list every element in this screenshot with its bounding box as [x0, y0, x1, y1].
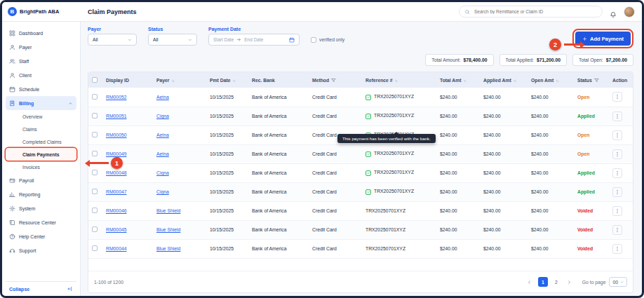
- row-actions-button[interactable]: [612, 149, 622, 159]
- payer-link[interactable]: Blue Shield: [156, 246, 180, 251]
- sidebar-item-claims[interactable]: Claims: [6, 123, 76, 135]
- sidebar-item-reporting[interactable]: Reporting: [6, 187, 76, 201]
- display-id-link[interactable]: RM00044: [106, 246, 126, 251]
- display-id-link[interactable]: RM00046: [106, 208, 126, 213]
- row-checkbox[interactable]: [92, 113, 98, 118]
- row-checkbox[interactable]: [92, 226, 98, 232]
- row-actions-button[interactable]: [612, 225, 622, 235]
- prev-page-button[interactable]: [525, 277, 535, 287]
- sidebar-item-completed-claims[interactable]: Completed Claims: [6, 135, 76, 148]
- verified-only-filter[interactable]: verified only: [311, 34, 344, 46]
- sidebar-item-client[interactable]: Client: [6, 68, 76, 82]
- sort-icon[interactable]: ↑↓: [514, 79, 516, 83]
- sidebar-item-dashboard[interactable]: Dashboard: [6, 26, 76, 40]
- sort-icon[interactable]: ↑↓: [556, 79, 558, 83]
- display-id-link[interactable]: RM00049: [106, 151, 126, 156]
- verified-only-label: verified only: [319, 37, 344, 42]
- row-actions-button[interactable]: [612, 187, 622, 197]
- user-avatar[interactable]: [624, 6, 635, 18]
- collapse-label: Collapse: [9, 287, 29, 292]
- sidebar-item-system[interactable]: System: [6, 201, 76, 215]
- sidebar-item-billing[interactable]: Billing: [6, 96, 76, 110]
- sidebar-item-help-center[interactable]: Help Center: [6, 229, 76, 243]
- status-badge: Applied: [577, 114, 595, 118]
- open-amt: $240.00: [531, 246, 549, 251]
- payer-link[interactable]: Cigna: [156, 114, 169, 118]
- payer-link[interactable]: Blue Shield: [156, 227, 180, 232]
- row-actions-button[interactable]: [612, 168, 622, 178]
- pmt-date: 10/15/2025: [210, 151, 234, 156]
- row-checkbox[interactable]: [92, 94, 98, 100]
- sort-icon[interactable]: ↑↓: [464, 79, 467, 83]
- select-all-checkbox[interactable]: [92, 77, 98, 83]
- page-button-1[interactable]: 1: [538, 277, 548, 287]
- calendar-icon[interactable]: [289, 37, 295, 43]
- sidebar-item-overview[interactable]: Overview: [6, 110, 76, 123]
- payer-filter-select[interactable]: All: [88, 34, 137, 46]
- rec-bank: Bank of America: [252, 208, 287, 213]
- total-label: Total Amount:: [431, 57, 460, 62]
- search-icon: [464, 9, 470, 15]
- display-id-link[interactable]: RM00051: [106, 114, 126, 118]
- row-checkbox[interactable]: [92, 151, 98, 156]
- display-id-link[interactable]: RM00050: [106, 133, 126, 137]
- payer-link[interactable]: Cigna: [156, 170, 169, 175]
- total-box: Total Open:$7,200.00: [572, 54, 633, 66]
- sidebar-item-resource-center[interactable]: Resource Center: [6, 215, 76, 229]
- help-icon: [9, 233, 15, 240]
- payer-link[interactable]: Cigna: [156, 189, 169, 194]
- display-id-link[interactable]: RM00048: [106, 170, 126, 175]
- payer-link[interactable]: Aetna: [156, 95, 169, 100]
- next-page-button[interactable]: [565, 277, 575, 287]
- row-actions-button[interactable]: [612, 92, 622, 102]
- row-actions-button[interactable]: [612, 244, 622, 254]
- payer-link[interactable]: Blue Shield: [156, 208, 180, 213]
- applied-amt: $240.00: [483, 151, 501, 156]
- sidebar-item-label: Overview: [22, 114, 42, 119]
- sidebar-item-support[interactable]: Support: [6, 243, 76, 257]
- payer-link[interactable]: Aetna: [156, 133, 169, 137]
- filter-icon[interactable]: [331, 78, 336, 83]
- row-checkbox[interactable]: [92, 245, 98, 251]
- sidebar-item-claim-payments[interactable]: Claim Payments: [6, 148, 76, 161]
- page-title: Claim Payments: [88, 8, 137, 15]
- row-checkbox[interactable]: [92, 189, 98, 194]
- sidebar-item-payroll[interactable]: Payroll: [6, 173, 76, 187]
- brand: B BrightPath ABA: [2, 7, 81, 16]
- row-checkbox[interactable]: [92, 208, 98, 213]
- sidebar-item-invoices[interactable]: Invoices: [6, 161, 76, 173]
- search-input[interactable]: [473, 8, 597, 15]
- open-amt: $240.00: [531, 95, 549, 100]
- start-date-input[interactable]: Start Date: [213, 37, 234, 42]
- page-button-2[interactable]: 2: [551, 277, 561, 287]
- sort-icon[interactable]: ↑↓: [232, 79, 235, 83]
- sort-icon[interactable]: ↑↓: [395, 79, 398, 83]
- sidebar-item-staff[interactable]: Staff: [6, 54, 76, 68]
- sidebar-item-label: Billing: [19, 101, 34, 106]
- sidebar-item-payer[interactable]: Payer: [6, 40, 76, 54]
- verified-only-checkbox[interactable]: [311, 37, 316, 43]
- status-badge: Voided: [577, 227, 593, 232]
- sidebar-item-schedule[interactable]: Schedule: [6, 82, 76, 96]
- display-id-link[interactable]: RM00045: [106, 227, 126, 232]
- row-checkbox[interactable]: [92, 132, 98, 137]
- goto-page-select[interactable]: 00: [609, 277, 627, 287]
- status-filter-select[interactable]: All: [148, 34, 197, 46]
- payment-date-range[interactable]: Start Date End Date: [208, 34, 300, 46]
- end-date-input[interactable]: End Date: [244, 37, 263, 42]
- filter-icon[interactable]: [594, 78, 599, 83]
- table-row: RM00044Blue Shield10/15/2025Bank of Amer…: [88, 239, 633, 258]
- search-box[interactable]: [459, 6, 603, 18]
- row-actions-button[interactable]: [612, 111, 622, 121]
- row-checkbox[interactable]: [92, 170, 98, 175]
- payer-link[interactable]: Aetna: [156, 151, 169, 156]
- row-actions-button[interactable]: [612, 206, 622, 216]
- sidebar-collapse[interactable]: Collapse: [6, 281, 76, 293]
- sort-icon[interactable]: ↑↓: [172, 79, 175, 83]
- display-id-link[interactable]: RM00047: [106, 189, 126, 194]
- payment-date-label: Payment Date: [208, 27, 300, 32]
- notifications-bell-icon[interactable]: [610, 8, 617, 15]
- row-actions-button[interactable]: [612, 130, 622, 140]
- display-id-link[interactable]: RM00052: [106, 95, 126, 100]
- plus-icon: [582, 36, 587, 41]
